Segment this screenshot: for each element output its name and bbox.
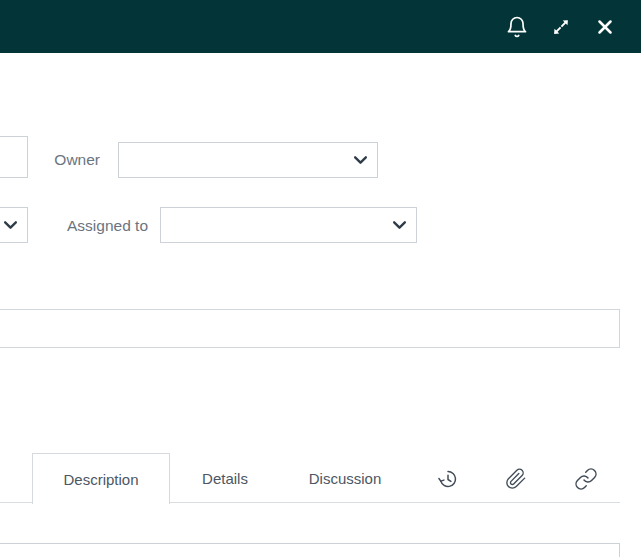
tab-description[interactable]: Description	[32, 453, 170, 504]
notification-bell-icon[interactable]	[505, 15, 529, 39]
chevron-down-icon	[353, 153, 368, 168]
tab-details[interactable]: Details	[180, 453, 270, 503]
tab-details-label: Details	[202, 470, 248, 487]
subject-input[interactable]	[0, 309, 620, 348]
owner-label: Owner	[0, 150, 100, 170]
attachment-icon[interactable]	[503, 466, 529, 492]
assigned-to-select[interactable]	[160, 207, 417, 243]
link-icon[interactable]	[573, 466, 599, 492]
assigned-to-label: Assigned to	[0, 216, 148, 236]
expand-icon[interactable]	[549, 15, 573, 39]
history-icon[interactable]	[435, 466, 461, 492]
tab-discussion[interactable]: Discussion	[295, 453, 395, 503]
tab-description-label: Description	[63, 471, 138, 488]
dialog-header	[0, 0, 641, 53]
description-panel[interactable]	[0, 543, 620, 557]
close-icon[interactable]	[593, 15, 617, 39]
owner-select[interactable]	[118, 142, 378, 178]
work-package-dialog: Owner Assigned to Description Details Di…	[0, 0, 641, 557]
chevron-down-icon	[392, 218, 407, 233]
tab-discussion-label: Discussion	[309, 470, 382, 487]
